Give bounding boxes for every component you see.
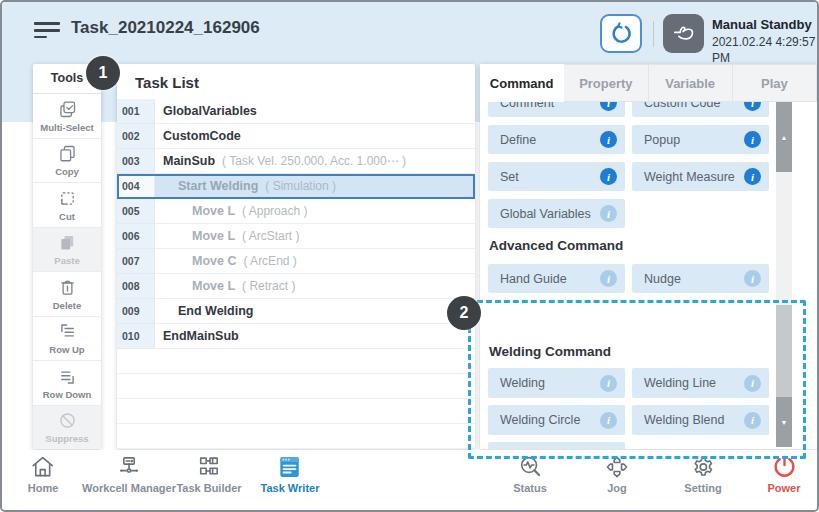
hamburger-menu-icon[interactable]: [34, 18, 60, 40]
row-name: GlobalVariables: [163, 104, 257, 118]
command-button-welding-circle[interactable]: Welding Circle i: [488, 405, 625, 435]
suppress-icon: [57, 410, 78, 431]
info-icon[interactable]: i: [600, 375, 617, 392]
info-icon[interactable]: i: [744, 102, 761, 111]
empty-row: [117, 374, 475, 399]
status-icon: [517, 454, 543, 480]
command-button-set[interactable]: Set i: [488, 162, 625, 191]
task-row[interactable]: 006 Move L( ArcStart ): [117, 224, 475, 249]
info-icon[interactable]: i: [600, 168, 617, 185]
scroll-down-button[interactable]: ▼: [776, 397, 792, 447]
tab-bar: Command Property Variable Play: [480, 64, 817, 102]
info-icon[interactable]: i: [744, 131, 761, 148]
advanced-command-header: Advanced Command: [489, 238, 623, 253]
refresh-button[interactable]: [600, 14, 642, 53]
tab-play[interactable]: Play: [733, 64, 817, 102]
tool-copy[interactable]: Copy: [33, 139, 101, 184]
scroll-up-button[interactable]: ▲: [776, 102, 792, 172]
mode-label: Manual Standby: [712, 16, 817, 34]
nav-home[interactable]: Home: [28, 454, 59, 494]
task-row[interactable]: 005 Move L( Approach ): [117, 199, 475, 224]
command-label: Popup: [644, 133, 680, 147]
tool-label: Cut: [59, 211, 75, 222]
nav-label: Status: [513, 482, 547, 494]
command-button-welding-line[interactable]: Welding Line i: [632, 368, 769, 398]
annotation-badge-1: 1: [86, 56, 120, 90]
command-button-hand-guide[interactable]: Hand Guide i: [488, 264, 625, 293]
workcell-manager-icon: [116, 454, 142, 480]
info-icon[interactable]: i: [744, 270, 761, 287]
row-up-icon: [57, 321, 78, 342]
info-icon[interactable]: i: [744, 375, 761, 392]
row-name: CustomCode: [163, 129, 241, 143]
mode-status: Manual Standby 2021.02.24 4:29:57 PM: [712, 16, 817, 66]
tab-property[interactable]: Property: [564, 64, 648, 102]
command-button-welding[interactable]: Welding i: [488, 368, 625, 398]
task-row[interactable]: 010 EndMainSub: [117, 324, 475, 349]
info-icon[interactable]: i: [600, 131, 617, 148]
tool-row-up[interactable]: Row Up: [33, 317, 101, 362]
info-icon[interactable]: i: [744, 412, 761, 429]
tool-delete[interactable]: Delete: [33, 272, 101, 317]
task-row[interactable]: 003 MainSub( Task Vel. 250.000, Acc. 1.0…: [117, 149, 475, 174]
command-label: Set: [500, 170, 519, 184]
command-button-comment[interactable]: Comment i: [488, 102, 625, 117]
command-button-welding-splinex[interactable]: Welding SplineX i: [488, 442, 625, 449]
nav-status[interactable]: Status: [513, 454, 547, 494]
task-row[interactable]: 008 Move L( Retract ): [117, 274, 475, 299]
command-label: Nudge: [644, 272, 681, 286]
task-row[interactable]: 002 CustomCode: [117, 124, 475, 149]
tool-cut[interactable]: Cut: [33, 183, 101, 228]
row-number: 001: [117, 99, 155, 124]
bottom-nav: Home Workcell Manager Task Builder: [2, 450, 817, 510]
task-row-selected[interactable]: 004 Start Welding( Simulation ): [117, 174, 475, 199]
robot-mode-button[interactable]: [663, 14, 704, 53]
row-name: EndMainSub: [163, 329, 239, 343]
command-label: Hand Guide: [500, 272, 567, 286]
nav-label: Jog: [607, 482, 627, 494]
command-button-popup[interactable]: Popup i: [632, 125, 769, 154]
tool-multi-select[interactable]: Multi-Select: [33, 94, 101, 139]
scroll-up-icon: ▲: [781, 134, 788, 141]
row-detail: ( Retract ): [242, 279, 295, 293]
paste-icon: [57, 232, 78, 253]
tool-label: Delete: [53, 300, 82, 311]
nav-task-writer[interactable]: Task Writer: [261, 454, 320, 494]
command-button-custom-code[interactable]: Custom Code i: [632, 102, 769, 117]
annotation-badge-2: 2: [447, 296, 481, 330]
command-button-welding-blend[interactable]: Welding Blend i: [632, 405, 769, 435]
command-label: Comment: [500, 102, 554, 110]
gear-icon: [690, 454, 716, 480]
nav-power[interactable]: Power: [767, 454, 800, 494]
nav-task-builder[interactable]: Task Builder: [176, 454, 241, 494]
command-button-nudge[interactable]: Nudge i: [632, 264, 769, 293]
info-icon[interactable]: i: [600, 449, 617, 450]
nav-jog[interactable]: Jog: [604, 454, 630, 494]
task-row[interactable]: 009 End Welding: [117, 299, 475, 324]
tool-row-down[interactable]: Row Down: [33, 361, 101, 406]
command-button-define[interactable]: Define i: [488, 125, 625, 154]
tab-command[interactable]: Command: [480, 64, 564, 102]
info-icon[interactable]: i: [600, 270, 617, 287]
task-row[interactable]: 001 GlobalVariables: [117, 99, 475, 124]
info-icon[interactable]: i: [600, 102, 617, 111]
info-icon[interactable]: i: [600, 205, 617, 222]
command-button-weight-measure[interactable]: Weight Measure i: [632, 162, 769, 191]
empty-row: [117, 349, 475, 374]
info-icon[interactable]: i: [744, 168, 761, 185]
row-detail: ( Task Vel. 250.000, Acc. 1.000⋯ ): [222, 154, 406, 168]
info-icon[interactable]: i: [600, 412, 617, 429]
command-button-global-variables[interactable]: Global Variables i: [488, 199, 625, 228]
nav-setting[interactable]: Setting: [684, 454, 721, 494]
command-panel: Command Property Variable Play Comment i…: [480, 64, 817, 449]
command-label: Welding Blend: [644, 413, 724, 427]
row-detail: ( ArcStart ): [242, 229, 299, 243]
nav-workcell-manager[interactable]: Workcell Manager: [82, 454, 176, 494]
task-row[interactable]: 007 Move C( ArcEnd ): [117, 249, 475, 274]
scroll-thumb[interactable]: [776, 305, 792, 397]
row-number: 002: [117, 124, 155, 149]
nav-label: Home: [28, 482, 59, 494]
mode-timestamp: 2021.02.24 4:29:57 PM: [712, 34, 817, 66]
command-scrollbar[interactable]: ▲ ▼: [776, 102, 792, 447]
tab-variable[interactable]: Variable: [649, 64, 733, 102]
